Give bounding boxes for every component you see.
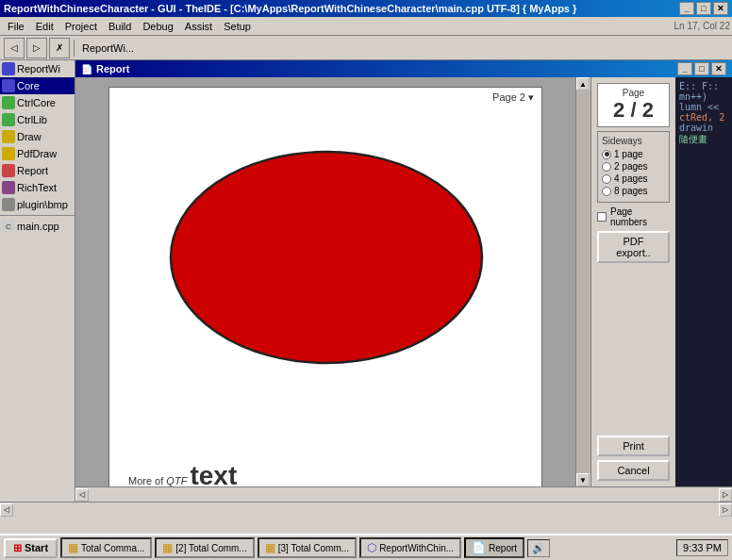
- title-bar: ReportWithChineseCharacter - GUI - TheID…: [0, 0, 732, 17]
- report-close-btn[interactable]: ✕: [711, 62, 726, 75]
- taskbar-item-totalcmd3[interactable]: ▦ [3] Total Comm...: [258, 537, 357, 558]
- page-label: Page: [602, 88, 665, 98]
- ctrlcore-icon: [2, 96, 15, 109]
- taskbar: ⊞ Start ▦ Total Comma... ▦ [2] Total Com…: [0, 534, 732, 560]
- report-minimize-btn[interactable]: _: [677, 62, 692, 75]
- report-scrollbar: ▲ ▼: [575, 77, 591, 486]
- toolbar-forward-btn[interactable]: ▷: [26, 38, 47, 58]
- hscroll-left-btn[interactable]: ◁: [75, 488, 89, 502]
- code-line-6: 隨便畫: [679, 133, 728, 146]
- report-taskbar-icon: 📄: [472, 541, 486, 554]
- start-icon: ⊞: [13, 542, 22, 554]
- menu-bar: File Edit Project Build Debug Assist Set…: [0, 17, 732, 36]
- ellipse-text-line2: 在這頁隨便畫一些東西！: [185, 246, 344, 263]
- radio-1page[interactable]: [602, 150, 611, 159]
- sidebar-item-maincpp[interactable]: C main.cpp: [0, 218, 75, 235]
- report-window: 📄 Report _ □ ✕ Page 2 ▾: [75, 60, 732, 502]
- sidebar-label-maincpp: main.cpp: [17, 221, 59, 232]
- outer-hscroll-right[interactable]: ▷: [719, 503, 732, 517]
- sidebar-item-report[interactable]: Report: [0, 162, 75, 179]
- sidebar-item-draw[interactable]: Draw: [0, 128, 75, 145]
- status-ln-col: Ln 17, Col 22: [674, 21, 731, 31]
- sidebar-item-reportwi[interactable]: ReportWi: [0, 60, 75, 77]
- sidebar-item-pluginbmp[interactable]: plugin\bmp: [0, 196, 75, 213]
- scroll-track[interactable]: [576, 91, 591, 473]
- sidebar-item-richtext[interactable]: RichText: [0, 179, 75, 196]
- report-page: Page 2 ▾ Some free drawing in this page!…: [108, 87, 542, 486]
- toolbar: ◁ ▷ ✗ ReportWi...: [0, 36, 732, 60]
- taskbar-label-tc2: [2] Total Comm...: [175, 543, 246, 553]
- pdfdraw-icon: [2, 147, 15, 160]
- sidebar-item-pdfdraw[interactable]: PdfDraw: [0, 145, 75, 162]
- taskbar-item-reportapp[interactable]: ⬡ ReportWithChin...: [359, 537, 461, 558]
- toolbar-separator: [74, 40, 75, 57]
- sideways-2pages-row: 2 pages: [602, 161, 665, 172]
- code-line-5: drawin: [679, 123, 728, 133]
- menu-debug[interactable]: Debug: [137, 19, 178, 34]
- tc3-icon: ▦: [265, 541, 275, 554]
- taskbar-label-tc1: Total Comma...: [81, 543, 144, 553]
- radio-8pages[interactable]: [602, 187, 611, 196]
- app-icon: ⬡: [367, 541, 376, 554]
- code-line-2: mn++): [679, 91, 728, 102]
- core-icon: [2, 79, 15, 92]
- sideways-4pages-row: 4 pages: [602, 173, 665, 184]
- sideways-1page-row: 1 page: [602, 149, 665, 159]
- sidebar-item-ctrllib[interactable]: CtrlLib: [0, 111, 75, 128]
- code-line-1: E:: F::: [679, 81, 728, 91]
- reportwi-icon: [2, 62, 15, 75]
- scroll-down-btn[interactable]: ▼: [576, 473, 590, 486]
- minimize-button[interactable]: _: [679, 2, 694, 15]
- taskbar-item-report[interactable]: 📄 Report: [464, 537, 524, 558]
- sideways-section: Sideways 1 page 2 pages 4 pages: [597, 131, 670, 203]
- window-title: ReportWithChineseCharacter - GUI - TheID…: [4, 3, 576, 14]
- taskbar-time: 9:33 PM: [676, 539, 728, 556]
- radio-2pages[interactable]: [602, 162, 611, 172]
- print-button[interactable]: Print: [597, 436, 670, 456]
- toolbar-back-btn[interactable]: ◁: [4, 38, 25, 58]
- menu-setup[interactable]: Setup: [218, 19, 257, 34]
- cancel-button[interactable]: Cancel: [597, 460, 670, 481]
- report-canvas-area[interactable]: Page 2 ▾ Some free drawing in this page!…: [75, 77, 575, 486]
- menu-file[interactable]: File: [2, 19, 30, 34]
- main-area: ReportWi Core CtrlCore CtrlLib Draw PdfD…: [0, 60, 732, 502]
- sidebar-label-draw: Draw: [17, 131, 42, 142]
- bottom-scrollbar: ◁ ▷: [75, 486, 732, 502]
- outer-hscroll: ◁ ▷: [0, 502, 732, 517]
- sidebar-label-ctrllib: CtrlLib: [17, 114, 47, 125]
- code-area: E:: F:: mn++) lumn << ctRed, 2 drawin 隨便…: [675, 77, 732, 486]
- outer-hscroll-left[interactable]: ◁: [0, 503, 13, 517]
- maximize-button[interactable]: □: [696, 2, 711, 15]
- toolbar-action-btn[interactable]: ✗: [49, 38, 70, 58]
- page-numbers-checkbox[interactable]: [597, 212, 607, 222]
- taskbar-label-app: ReportWithChin...: [379, 543, 454, 553]
- sidebar-item-core[interactable]: Core: [0, 77, 75, 94]
- sidebar-label-pluginbmp: plugin\bmp: [17, 199, 68, 210]
- richtext-icon: [2, 181, 15, 194]
- title-bar-buttons: _ □ ✕: [679, 2, 728, 15]
- code-line-3: lumn <<: [679, 102, 728, 112]
- hscroll-right-btn[interactable]: ▷: [719, 488, 732, 502]
- sidebar-item-ctrlcore[interactable]: CtrlCore: [0, 94, 75, 111]
- scroll-up-btn[interactable]: ▲: [576, 77, 590, 91]
- menu-edit[interactable]: Edit: [30, 19, 59, 34]
- sidebar-label-core: Core: [17, 80, 40, 91]
- radio-4pages-label: 4 pages: [614, 173, 648, 184]
- page-number-label: Page 2 ▾: [492, 91, 534, 104]
- sideways-title: Sideways: [602, 136, 665, 146]
- right-panel: Page 2 / 2 Sideways 1 page 2 pages: [591, 77, 675, 486]
- radio-4pages[interactable]: [602, 174, 611, 184]
- menu-assist[interactable]: Assist: [179, 19, 218, 34]
- start-button[interactable]: ⊞ Start: [4, 538, 58, 558]
- pdf-export-button[interactable]: PDF export..: [597, 231, 670, 263]
- radio-8pages-label: 8 pages: [614, 186, 648, 196]
- menu-build[interactable]: Build: [103, 19, 137, 34]
- close-button[interactable]: ✕: [713, 2, 728, 15]
- menu-project[interactable]: Project: [59, 19, 103, 34]
- sidebar-label-report: Report: [17, 165, 48, 176]
- page-fraction: 2 / 2: [602, 98, 665, 123]
- report-maximize-btn[interactable]: □: [694, 62, 709, 75]
- taskbar-item-totalcmd2[interactable]: ▦ [2] Total Comm...: [155, 537, 254, 558]
- ellipse-text: Some free drawing in this page! 在這頁隨便畫一些…: [185, 229, 344, 263]
- taskbar-item-totalcmd1[interactable]: ▦ Total Comma...: [60, 537, 152, 558]
